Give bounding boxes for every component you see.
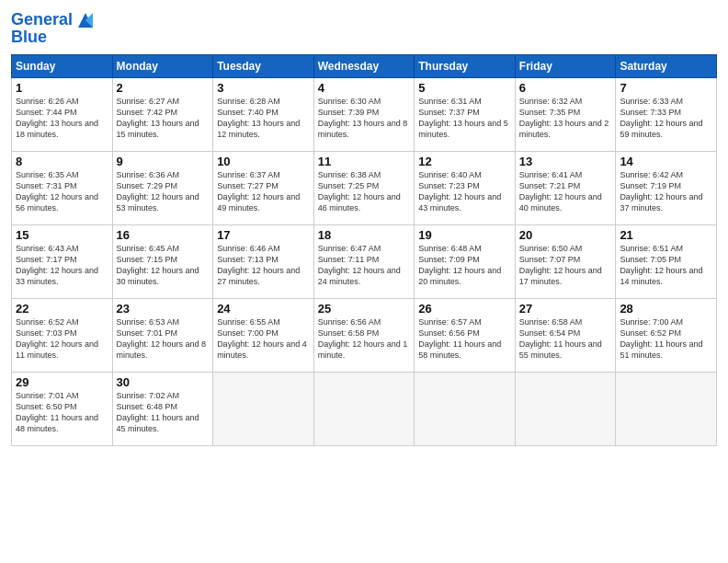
calendar-day-cell: 14 Sunrise: 6:42 AMSunset: 7:19 PMDaylig… [616, 152, 717, 225]
day-of-week-header: Monday [112, 55, 213, 78]
day-number: 25 [318, 302, 411, 316]
day-info: Sunrise: 6:27 AMSunset: 7:42 PMDaylight:… [117, 96, 210, 141]
calendar-table: SundayMondayTuesdayWednesdayThursdayFrid… [11, 54, 717, 446]
day-of-week-header: Thursday [415, 55, 516, 78]
day-info: Sunrise: 6:33 AMSunset: 7:33 PMDaylight:… [620, 96, 712, 141]
calendar-day-cell: 23 Sunrise: 6:53 AMSunset: 7:01 PMDaylig… [112, 299, 213, 373]
day-info: Sunrise: 6:41 AMSunset: 7:21 PMDaylight:… [519, 169, 612, 214]
calendar-day-cell: 21 Sunrise: 6:51 AMSunset: 7:05 PMDaylig… [616, 225, 717, 299]
day-number: 18 [318, 228, 411, 242]
calendar-day-cell: 1 Sunrise: 6:26 AMSunset: 7:44 PMDayligh… [12, 78, 113, 152]
day-info: Sunrise: 6:50 AMSunset: 7:07 PMDaylight:… [519, 243, 612, 288]
calendar-day-cell [313, 373, 415, 446]
calendar-day-cell: 22 Sunrise: 6:52 AMSunset: 7:03 PMDaylig… [12, 299, 113, 373]
calendar-header-row: SundayMondayTuesdayWednesdayThursdayFrid… [12, 55, 717, 78]
day-info: Sunrise: 6:55 AMSunset: 7:00 PMDaylight:… [217, 316, 310, 362]
calendar-day-cell: 19 Sunrise: 6:48 AMSunset: 7:09 PMDaylig… [415, 225, 516, 299]
day-number: 26 [418, 302, 511, 316]
day-number: 20 [519, 228, 612, 242]
calendar-day-cell: 17 Sunrise: 6:46 AMSunset: 7:13 PMDaylig… [213, 225, 314, 299]
day-info: Sunrise: 6:58 AMSunset: 6:54 PMDaylight:… [519, 316, 612, 362]
calendar-day-cell: 5 Sunrise: 6:31 AMSunset: 7:37 PMDayligh… [415, 78, 516, 152]
day-number: 23 [117, 302, 210, 316]
calendar-day-cell: 28 Sunrise: 7:00 AMSunset: 6:52 PMDaylig… [616, 299, 717, 373]
calendar-day-cell: 27 Sunrise: 6:58 AMSunset: 6:54 PMDaylig… [515, 299, 616, 373]
day-number: 9 [117, 155, 210, 168]
calendar-day-cell: 12 Sunrise: 6:40 AMSunset: 7:23 PMDaylig… [415, 152, 516, 225]
day-number: 13 [519, 155, 612, 168]
day-number: 17 [217, 228, 310, 242]
day-info: Sunrise: 6:51 AMSunset: 7:05 PMDaylight:… [620, 243, 712, 288]
calendar-day-cell [415, 373, 516, 446]
calendar-week-row: 29 Sunrise: 7:01 AMSunset: 6:50 PMDaylig… [12, 373, 717, 446]
day-info: Sunrise: 7:02 AMSunset: 6:48 PMDaylight:… [117, 390, 210, 435]
day-number: 19 [418, 228, 511, 242]
calendar-day-cell: 24 Sunrise: 6:55 AMSunset: 7:00 PMDaylig… [213, 299, 314, 373]
day-number: 5 [418, 81, 511, 95]
page-container: General Blue SundayMondayTuesdayWednesda… [0, 0, 728, 455]
logo-text: General [11, 11, 73, 29]
day-info: Sunrise: 6:42 AMSunset: 7:19 PMDaylight:… [620, 169, 712, 214]
day-number: 6 [519, 81, 612, 95]
day-info: Sunrise: 6:31 AMSunset: 7:37 PMDaylight:… [418, 96, 511, 141]
calendar-week-row: 15 Sunrise: 6:43 AMSunset: 7:17 PMDaylig… [12, 225, 717, 299]
day-info: Sunrise: 6:30 AMSunset: 7:39 PMDaylight:… [318, 96, 411, 141]
day-of-week-header: Tuesday [213, 55, 314, 78]
day-number: 30 [117, 375, 210, 389]
day-info: Sunrise: 6:36 AMSunset: 7:29 PMDaylight:… [117, 169, 210, 214]
calendar-day-cell: 30 Sunrise: 7:02 AMSunset: 6:48 PMDaylig… [112, 373, 213, 446]
calendar-day-cell: 20 Sunrise: 6:50 AMSunset: 7:07 PMDaylig… [515, 225, 616, 299]
day-number: 22 [16, 302, 108, 316]
day-number: 4 [318, 81, 411, 95]
calendar-day-cell [616, 373, 717, 446]
day-info: Sunrise: 6:57 AMSunset: 6:56 PMDaylight:… [418, 316, 511, 362]
calendar-day-cell: 3 Sunrise: 6:28 AMSunset: 7:40 PMDayligh… [213, 78, 314, 152]
day-info: Sunrise: 6:37 AMSunset: 7:27 PMDaylight:… [217, 169, 310, 214]
calendar-week-row: 1 Sunrise: 6:26 AMSunset: 7:44 PMDayligh… [12, 78, 717, 152]
calendar-day-cell [213, 373, 314, 446]
day-info: Sunrise: 7:01 AMSunset: 6:50 PMDaylight:… [16, 390, 108, 435]
day-number: 1 [16, 81, 108, 95]
day-info: Sunrise: 6:28 AMSunset: 7:40 PMDaylight:… [217, 96, 310, 141]
calendar-day-cell: 11 Sunrise: 6:38 AMSunset: 7:25 PMDaylig… [313, 152, 415, 225]
day-number: 28 [620, 302, 712, 316]
calendar-week-row: 22 Sunrise: 6:52 AMSunset: 7:03 PMDaylig… [12, 299, 717, 373]
day-info: Sunrise: 6:35 AMSunset: 7:31 PMDaylight:… [16, 169, 108, 214]
header: General Blue [11, 9, 717, 47]
calendar-day-cell: 10 Sunrise: 6:37 AMSunset: 7:27 PMDaylig… [213, 152, 314, 225]
day-number: 27 [519, 302, 612, 316]
day-number: 3 [217, 81, 310, 95]
day-number: 10 [217, 155, 310, 168]
logo-icon [74, 9, 97, 31]
day-number: 7 [620, 81, 712, 95]
day-info: Sunrise: 6:43 AMSunset: 7:17 PMDaylight:… [16, 243, 108, 288]
day-number: 8 [16, 155, 108, 168]
day-number: 16 [117, 228, 210, 242]
day-number: 29 [16, 375, 108, 389]
logo: General Blue [11, 9, 97, 47]
calendar-day-cell: 29 Sunrise: 7:01 AMSunset: 6:50 PMDaylig… [12, 373, 113, 446]
day-number: 2 [117, 81, 210, 95]
calendar-day-cell: 7 Sunrise: 6:33 AMSunset: 7:33 PMDayligh… [616, 78, 717, 152]
calendar-day-cell: 18 Sunrise: 6:47 AMSunset: 7:11 PMDaylig… [313, 225, 415, 299]
calendar-body: 1 Sunrise: 6:26 AMSunset: 7:44 PMDayligh… [12, 78, 717, 446]
day-of-week-header: Wednesday [313, 55, 415, 78]
day-info: Sunrise: 6:53 AMSunset: 7:01 PMDaylight:… [117, 316, 210, 362]
day-info: Sunrise: 6:52 AMSunset: 7:03 PMDaylight:… [16, 316, 108, 362]
day-info: Sunrise: 6:38 AMSunset: 7:25 PMDaylight:… [318, 169, 411, 214]
calendar-day-cell: 8 Sunrise: 6:35 AMSunset: 7:31 PMDayligh… [12, 152, 113, 225]
day-of-week-header: Sunday [12, 55, 113, 78]
day-info: Sunrise: 6:32 AMSunset: 7:35 PMDaylight:… [519, 96, 612, 141]
day-info: Sunrise: 6:46 AMSunset: 7:13 PMDaylight:… [217, 243, 310, 288]
day-number: 21 [620, 228, 712, 242]
day-number: 12 [418, 155, 511, 168]
day-of-week-header: Friday [515, 55, 616, 78]
calendar-day-cell: 4 Sunrise: 6:30 AMSunset: 7:39 PMDayligh… [313, 78, 415, 152]
day-of-week-header: Saturday [616, 55, 717, 78]
calendar-week-row: 8 Sunrise: 6:35 AMSunset: 7:31 PMDayligh… [12, 152, 717, 225]
day-number: 14 [620, 155, 712, 168]
calendar-day-cell: 9 Sunrise: 6:36 AMSunset: 7:29 PMDayligh… [112, 152, 213, 225]
day-number: 15 [16, 228, 108, 242]
day-info: Sunrise: 6:40 AMSunset: 7:23 PMDaylight:… [418, 169, 511, 214]
day-number: 11 [318, 155, 411, 168]
